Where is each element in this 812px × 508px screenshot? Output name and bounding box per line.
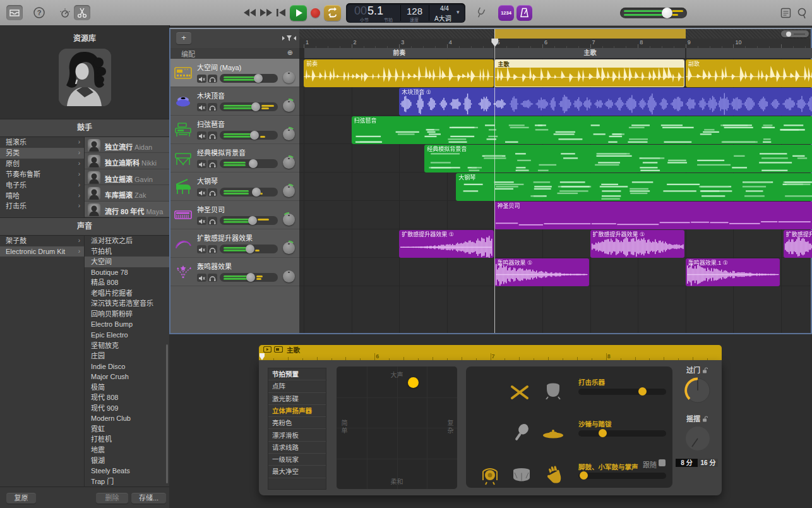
sound-item[interactable]: Indie Disco [85,361,169,372]
mute-button[interactable] [197,217,206,225]
track-name[interactable]: 大空间 (Maya) [197,62,241,72]
volume-knob[interactable] [249,159,258,168]
track-header[interactable]: 大钢琴 [170,172,299,201]
pan-knob[interactable] [282,184,296,198]
sound-item[interactable]: Modern Club [85,413,169,424]
sound-category-item[interactable]: Electronic Drum Kit› [0,246,84,257]
volume-knob[interactable] [251,102,260,111]
beat-preset-item[interactable]: 亮粉色 [268,417,326,429]
mute-button[interactable] [197,160,206,168]
cycle-region[interactable] [494,29,685,39]
pan-knob[interactable] [282,70,296,85]
region[interactable]: 大钢琴 [456,173,812,201]
solo-button[interactable] [208,217,217,225]
drummer-card[interactable]: 独立迪斯科 Nikki [85,153,169,169]
xy-pad-puck[interactable] [408,377,419,388]
sound-item[interactable]: Major Crush [85,372,169,382]
region[interactable]: 经典模拟背景音 [424,145,812,172]
arrangement-marker[interactable] [686,48,812,58]
genre-item[interactable]: 电子乐› [0,180,84,191]
genre-item[interactable]: 打击乐› [0,201,84,212]
sound-category-item[interactable]: 架子鼓› [0,236,84,246]
cycle-ruler[interactable] [299,29,811,39]
solo-button[interactable] [208,188,217,197]
track-header[interactable]: 扩散感提升器效果 [170,229,299,258]
sound-item[interactable]: 打桩机 [85,434,169,445]
drum-slider[interactable] [578,473,666,479]
drum-slider[interactable] [578,430,666,437]
drummer-card[interactable]: 车库摇滚 Zak [85,185,169,201]
track-header[interactable]: 大空间 (Maya) [170,59,299,87]
arrangement-track-header[interactable]: 编配 ⊕ [170,48,299,59]
arrangement-marker[interactable]: 前奏 [304,48,494,58]
sound-item[interactable]: 极简 [85,382,169,393]
beat-preset-item[interactable]: 激光影碟 [268,393,326,405]
master-volume-knob[interactable] [662,8,672,18]
shaker-icon[interactable] [511,423,530,445]
drummer-card[interactable]: 独立流行 Aidan [85,137,169,153]
mute-button[interactable] [197,188,206,197]
pan-knob[interactable] [282,99,296,113]
track-filter-icon[interactable] [282,34,297,42]
sound-item[interactable]: 现代 808 [85,392,169,403]
beat-preset-item[interactable]: 请求线路 [268,442,326,454]
volume-slider[interactable] [220,102,278,111]
track-header[interactable]: 神圣贝司 [170,201,299,229]
record-button[interactable] [311,8,320,18]
pan-knob[interactable] [282,155,296,170]
mute-button[interactable] [197,274,206,282]
drum-slider[interactable] [578,389,666,395]
pan-knob[interactable] [282,127,296,142]
xy-pad[interactable]: 大声 柔和 简单 复杂 [337,366,457,489]
sound-item[interactable]: 银湖 [85,456,169,466]
sound-item[interactable]: 坚韧放克 [85,341,169,351]
mute-button[interactable] [197,75,206,83]
playhead[interactable] [494,29,495,333]
sound-item[interactable]: 老唱片挖掘者 [85,288,169,299]
arrangement-add-icon[interactable]: ⊕ [287,49,293,57]
cycle-button[interactable] [324,5,341,21]
genre-item[interactable]: 原创› [0,159,84,169]
zoom-slider-knob[interactable] [786,32,791,37]
division-button[interactable]: 8 分 [676,459,698,467]
region[interactable]: 扩散感提升 [784,230,812,258]
editor-ruler[interactable]: 5678 [259,353,722,360]
sound-item[interactable]: 节拍机 [85,246,169,257]
editor-toggle-button[interactable] [74,5,90,20]
clap-icon[interactable] [545,465,564,487]
solo-button[interactable] [208,103,217,111]
beat-preset-item[interactable]: 立体声扬声器 [268,405,326,417]
drummer-card[interactable]: 独立摇滚 Gavin [85,169,169,185]
beat-preset-item[interactable]: 点阵 [268,380,326,392]
sound-item[interactable]: 回响贝斯粉碎 [85,309,169,320]
sound-item[interactable]: Boutique 78 [85,267,169,278]
rewind-button[interactable] [243,8,256,18]
solo-button[interactable] [208,131,217,140]
drummer-card[interactable]: 流行 80 年代 Maya [85,202,169,217]
region[interactable]: 轰鸣器效果.1 ① [686,258,780,286]
solo-button[interactable] [208,245,217,253]
mute-button[interactable] [197,103,206,111]
mute-button[interactable] [197,245,206,253]
metronome-button[interactable] [516,5,532,21]
loop-browser-button[interactable] [797,7,807,19]
zoom-slider[interactable] [781,30,809,37]
genre-item[interactable]: 节奏布鲁斯› [0,169,84,180]
volume-slider[interactable] [220,273,278,282]
sound-item[interactable]: 深沉铁克诺浩室音乐 [85,298,169,309]
volume-knob[interactable] [246,273,255,282]
volume-slider[interactable] [220,131,278,140]
swing-knob[interactable] [685,426,710,451]
region[interactable]: 主歌 [494,59,684,87]
track-name[interactable]: 扩散感提升器效果 [197,233,253,243]
pan-knob[interactable] [282,241,296,255]
sound-item[interactable]: Steely Beats [85,466,169,476]
library-toggle-button[interactable] [6,5,23,20]
solo-button[interactable] [208,75,217,83]
sound-item[interactable]: 地震 [85,445,169,456]
drum-slider-knob[interactable] [580,471,588,480]
beat-preset-item[interactable]: 漂浮滑板 [268,430,326,442]
add-track-button[interactable]: + [176,32,191,44]
help-button[interactable]: ? [33,6,45,19]
track-name[interactable]: 大钢琴 [197,176,218,186]
